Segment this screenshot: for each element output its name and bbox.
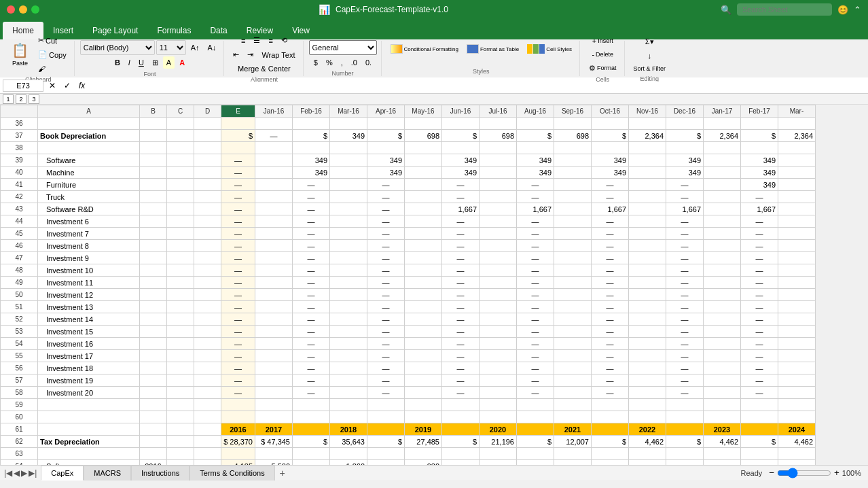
orientation-button[interactable]: ⟲ [278,34,291,47]
cell-j40[interactable] [405,167,442,179]
cell-l43[interactable] [480,203,517,215]
col-header-r[interactable]: Jan-17 [704,105,741,118]
cell-r40[interactable] [704,167,741,179]
cell-f37[interactable]: — [255,130,293,142]
cell-p62[interactable]: 4,462 [629,436,666,448]
cell-d38[interactable] [194,142,221,154]
cell-q38[interactable] [666,142,704,154]
cell-n41[interactable] [554,179,592,191]
cell-b41[interactable] [140,179,167,191]
cell-i41[interactable]: — [367,179,405,191]
cell-o38[interactable] [592,142,629,154]
cell-styles-button[interactable]: Cell Styles [524,42,575,56]
cell-t62[interactable]: 4,462 [778,436,816,448]
cell-l64[interactable]: — [480,460,517,466]
cell-m41[interactable]: — [517,179,554,191]
cell-o42[interactable]: — [592,191,629,203]
cell-j39[interactable] [405,154,442,167]
indent-less-button[interactable]: ⇤ [230,48,242,61]
cell-h42[interactable] [330,191,367,203]
col-header-q[interactable]: Dec-16 [666,105,704,118]
zoom-out-button[interactable]: − [769,468,774,478]
sheet-first-button[interactable]: |◀ [4,468,12,478]
cell-a39[interactable]: Software [38,154,140,167]
cell-d40[interactable] [194,167,221,179]
cell-f43[interactable] [255,203,293,215]
border-button[interactable]: ⊞ [149,56,162,69]
cell-h40[interactable] [330,167,367,179]
currency-button[interactable]: $ [310,56,321,69]
cell-i38[interactable] [367,142,405,154]
cell-n38[interactable] [554,142,592,154]
col-header-g[interactable]: Feb-16 [293,105,330,118]
percent-button[interactable]: % [323,56,336,69]
col-header-i[interactable]: Apr-16 [367,105,405,118]
cell-reference-input[interactable] [3,80,43,92]
cell-k64[interactable]: — [442,460,480,466]
sheet-tab-capex[interactable]: CapEx [41,466,84,481]
cell-l36[interactable] [480,118,517,130]
col-header-l[interactable]: Jul-16 [480,105,517,118]
cell-l38[interactable] [480,142,517,154]
insert-button[interactable]: +Insert [589,35,617,47]
cell-l39[interactable] [480,154,517,167]
cell-k37[interactable]: $ [442,130,480,142]
cell-s62[interactable]: $ [741,436,778,448]
cell-o62[interactable]: $ [592,436,629,448]
cell-p38[interactable] [629,142,666,154]
cell-a37[interactable]: Book Depreciation [38,130,140,142]
cell-r37[interactable]: 2,364 [704,130,741,142]
cell-p36[interactable] [629,118,666,130]
cell-m43[interactable]: 1,667 [517,203,554,215]
cell-h38[interactable] [330,142,367,154]
level-3-button[interactable]: 3 [29,94,39,104]
cell-h64[interactable]: 1,860 [330,460,367,466]
cell-c38[interactable] [167,142,194,154]
cell-t40[interactable] [778,167,816,179]
cell-b37[interactable] [140,130,167,142]
close-button[interactable] [7,5,15,14]
indent-more-button[interactable]: ⇥ [244,48,257,61]
cell-c62[interactable] [167,436,194,448]
cell-e43[interactable]: — [221,203,255,215]
col-header-k[interactable]: Jun-16 [442,105,480,118]
cell-p37[interactable]: 2,364 [629,130,666,142]
cell-f36[interactable] [255,118,293,130]
cell-d39[interactable] [194,154,221,167]
col-header-t[interactable]: Mar- [778,105,816,118]
cell-o39[interactable]: 349 [592,154,629,167]
search-input[interactable] [737,3,832,16]
merge-center-button[interactable]: Merge & Center [234,63,294,75]
cell-i62[interactable]: $ [367,436,405,448]
copy-button[interactable]: 📄 Copy [35,48,70,61]
font-color-button[interactable]: A [176,56,188,69]
cell-b42[interactable] [140,191,167,203]
cell-c40[interactable] [167,167,194,179]
cell-f64[interactable]: 5,580 [255,460,293,466]
col-header-s[interactable]: Feb-17 [741,105,778,118]
cell-r39[interactable] [704,154,741,167]
cell-d62[interactable] [194,436,221,448]
cell-i43[interactable]: — [367,203,405,215]
grid-container[interactable]: A B C D E Jan-16 Feb-16 Mar-16 Apr-16 Ma… [0,105,868,465]
cell-t64[interactable]: — [778,460,816,466]
col-header-f[interactable]: Jan-16 [255,105,293,118]
cell-e38[interactable] [221,142,255,154]
formula-input[interactable] [90,82,865,90]
cell-s64[interactable] [741,460,778,466]
cell-g64[interactable] [293,460,330,466]
cell-h39[interactable] [330,154,367,167]
cell-n37[interactable]: 698 [554,130,592,142]
cell-l40[interactable] [480,167,517,179]
cell-b64[interactable]: 2016 [140,460,167,466]
cell-a38[interactable] [38,142,140,154]
format-as-table-button[interactable]: Format as Table [463,42,522,56]
autosum-button[interactable]: Σ▾ [642,35,657,48]
format-painter-button[interactable]: 🖌 [35,63,70,75]
cell-i36[interactable] [367,118,405,130]
cell-p39[interactable] [629,154,666,167]
cell-r42[interactable] [704,191,741,203]
col-header-b[interactable]: B [140,105,167,118]
cell-r38[interactable] [704,142,741,154]
cell-h62[interactable]: 35,643 [330,436,367,448]
